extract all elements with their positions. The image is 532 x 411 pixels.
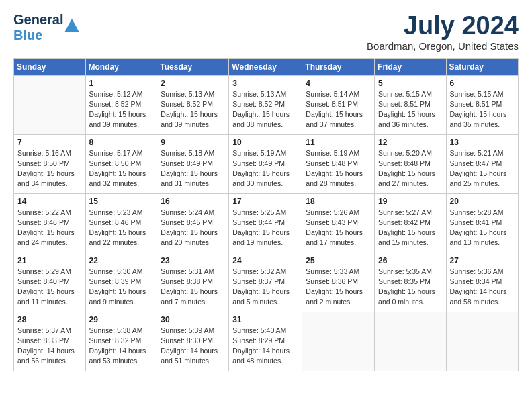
day-number: 5 — [378, 79, 443, 88]
calendar-day-cell: 19Sunrise: 5:27 AM Sunset: 8:42 PM Dayli… — [375, 193, 447, 253]
day-number: 28 — [17, 315, 82, 324]
day-number: 6 — [450, 79, 515, 88]
calendar-day-cell: 22Sunrise: 5:30 AM Sunset: 8:39 PM Dayli… — [85, 253, 157, 312]
day-info: Sunrise: 5:25 AM Sunset: 8:44 PM Dayligh… — [232, 208, 298, 248]
calendar-day-cell: 14Sunrise: 5:22 AM Sunset: 8:46 PM Dayli… — [14, 193, 86, 253]
calendar-week-row: 28Sunrise: 5:37 AM Sunset: 8:33 PM Dayli… — [14, 312, 519, 371]
page: General Blue July 2024 Boardman, Oregon,… — [0, 0, 532, 378]
day-number: 25 — [306, 256, 371, 265]
calendar-day-cell: 12Sunrise: 5:20 AM Sunset: 8:48 PM Dayli… — [375, 134, 447, 193]
day-info: Sunrise: 5:33 AM Sunset: 8:36 PM Dayligh… — [306, 267, 371, 308]
logo-general: General — [13, 12, 63, 28]
calendar-day-cell: 28Sunrise: 5:37 AM Sunset: 8:33 PM Dayli… — [14, 312, 86, 371]
day-info: Sunrise: 5:15 AM Sunset: 8:51 PM Dayligh… — [450, 89, 515, 130]
calendar-week-row: 21Sunrise: 5:29 AM Sunset: 8:40 PM Dayli… — [14, 253, 519, 312]
calendar-day-cell: 21Sunrise: 5:29 AM Sunset: 8:40 PM Dayli… — [14, 253, 86, 312]
calendar-day-cell: 13Sunrise: 5:21 AM Sunset: 8:47 PM Dayli… — [446, 134, 518, 193]
calendar-day-cell: 17Sunrise: 5:25 AM Sunset: 8:44 PM Dayli… — [229, 193, 302, 253]
day-number: 11 — [306, 138, 371, 147]
calendar-day-cell: 1Sunrise: 5:12 AM Sunset: 8:52 PM Daylig… — [85, 75, 157, 134]
day-info: Sunrise: 5:16 AM Sunset: 8:50 PM Dayligh… — [17, 148, 82, 189]
day-info: Sunrise: 5:19 AM Sunset: 8:49 PM Dayligh… — [232, 148, 298, 189]
day-number: 20 — [450, 197, 515, 206]
day-info: Sunrise: 5:30 AM Sunset: 8:39 PM Dayligh… — [89, 267, 154, 308]
calendar-day-cell: 27Sunrise: 5:36 AM Sunset: 8:34 PM Dayli… — [446, 253, 518, 312]
calendar-header-row: SundayMondayTuesdayWednesdayThursdayFrid… — [14, 58, 519, 75]
calendar-day-cell: 6Sunrise: 5:15 AM Sunset: 8:51 PM Daylig… — [446, 75, 518, 134]
day-info: Sunrise: 5:19 AM Sunset: 8:48 PM Dayligh… — [306, 148, 371, 189]
day-info: Sunrise: 5:17 AM Sunset: 8:50 PM Dayligh… — [89, 148, 154, 189]
calendar-week-row: 1Sunrise: 5:12 AM Sunset: 8:52 PM Daylig… — [14, 75, 519, 134]
day-info: Sunrise: 5:21 AM Sunset: 8:47 PM Dayligh… — [450, 148, 515, 189]
day-number: 18 — [306, 197, 371, 206]
calendar-day-cell: 25Sunrise: 5:33 AM Sunset: 8:36 PM Dayli… — [302, 253, 375, 312]
day-info: Sunrise: 5:24 AM Sunset: 8:45 PM Dayligh… — [161, 208, 225, 248]
calendar-weekday: Friday — [375, 58, 447, 75]
calendar-weekday: Tuesday — [157, 58, 229, 75]
day-number: 26 — [378, 256, 443, 265]
day-info: Sunrise: 5:31 AM Sunset: 8:38 PM Dayligh… — [161, 267, 225, 308]
day-info: Sunrise: 5:26 AM Sunset: 8:43 PM Dayligh… — [306, 208, 371, 248]
calendar-body: 1Sunrise: 5:12 AM Sunset: 8:52 PM Daylig… — [14, 75, 519, 371]
day-number: 22 — [89, 256, 154, 265]
calendar-header: SundayMondayTuesdayWednesdayThursdayFrid… — [14, 58, 519, 75]
day-info: Sunrise: 5:13 AM Sunset: 8:52 PM Dayligh… — [161, 89, 225, 130]
calendar-weekday: Wednesday — [229, 58, 302, 75]
calendar-day-cell: 15Sunrise: 5:23 AM Sunset: 8:46 PM Dayli… — [85, 193, 157, 253]
calendar-weekday: Sunday — [14, 58, 86, 75]
svg-marker-0 — [64, 19, 79, 32]
day-info: Sunrise: 5:14 AM Sunset: 8:51 PM Dayligh… — [306, 89, 371, 130]
calendar-day-cell — [302, 312, 375, 371]
day-info: Sunrise: 5:12 AM Sunset: 8:52 PM Dayligh… — [89, 89, 154, 130]
logo-icon — [64, 19, 79, 32]
day-number: 7 — [17, 138, 82, 147]
calendar-day-cell: 7Sunrise: 5:16 AM Sunset: 8:50 PM Daylig… — [14, 134, 86, 193]
calendar-day-cell — [14, 75, 86, 134]
day-number: 15 — [89, 197, 154, 206]
calendar-week-row: 14Sunrise: 5:22 AM Sunset: 8:46 PM Dayli… — [14, 193, 519, 253]
calendar-day-cell: 11Sunrise: 5:19 AM Sunset: 8:48 PM Dayli… — [302, 134, 375, 193]
calendar-weekday: Thursday — [302, 58, 375, 75]
calendar-day-cell: 9Sunrise: 5:18 AM Sunset: 8:49 PM Daylig… — [157, 134, 229, 193]
calendar-day-cell: 16Sunrise: 5:24 AM Sunset: 8:45 PM Dayli… — [157, 193, 229, 253]
day-number: 4 — [306, 79, 371, 88]
day-number: 19 — [378, 197, 443, 206]
day-number: 13 — [450, 138, 515, 147]
header: General Blue July 2024 Boardman, Oregon,… — [13, 12, 519, 52]
day-number: 29 — [89, 315, 154, 324]
day-number: 23 — [161, 256, 225, 265]
day-info: Sunrise: 5:37 AM Sunset: 8:33 PM Dayligh… — [17, 326, 82, 367]
logo-text: General Blue — [13, 12, 63, 43]
calendar-day-cell: 23Sunrise: 5:31 AM Sunset: 8:38 PM Dayli… — [157, 253, 229, 312]
calendar-day-cell: 10Sunrise: 5:19 AM Sunset: 8:49 PM Dayli… — [229, 134, 302, 193]
day-info: Sunrise: 5:32 AM Sunset: 8:37 PM Dayligh… — [232, 267, 298, 308]
calendar-day-cell: 31Sunrise: 5:40 AM Sunset: 8:29 PM Dayli… — [229, 312, 302, 371]
day-info: Sunrise: 5:18 AM Sunset: 8:49 PM Dayligh… — [161, 148, 225, 189]
day-number: 1 — [89, 79, 154, 88]
day-number: 24 — [232, 256, 298, 265]
day-number: 31 — [232, 315, 298, 324]
day-number: 14 — [17, 197, 82, 206]
calendar-day-cell: 3Sunrise: 5:13 AM Sunset: 8:52 PM Daylig… — [229, 75, 302, 134]
calendar-weekday: Saturday — [446, 58, 518, 75]
day-info: Sunrise: 5:23 AM Sunset: 8:46 PM Dayligh… — [89, 208, 154, 248]
calendar-week-row: 7Sunrise: 5:16 AM Sunset: 8:50 PM Daylig… — [14, 134, 519, 193]
day-info: Sunrise: 5:38 AM Sunset: 8:32 PM Dayligh… — [89, 326, 154, 367]
calendar-weekday: Monday — [85, 58, 157, 75]
day-info: Sunrise: 5:15 AM Sunset: 8:51 PM Dayligh… — [378, 89, 443, 130]
calendar-day-cell — [375, 312, 447, 371]
day-info: Sunrise: 5:36 AM Sunset: 8:34 PM Dayligh… — [450, 267, 515, 308]
calendar-day-cell: 4Sunrise: 5:14 AM Sunset: 8:51 PM Daylig… — [302, 75, 375, 134]
logo-blue: Blue — [13, 28, 63, 43]
calendar-day-cell: 2Sunrise: 5:13 AM Sunset: 8:52 PM Daylig… — [157, 75, 229, 134]
day-info: Sunrise: 5:27 AM Sunset: 8:42 PM Dayligh… — [378, 208, 443, 248]
day-number: 8 — [89, 138, 154, 147]
day-info: Sunrise: 5:29 AM Sunset: 8:40 PM Dayligh… — [17, 267, 82, 308]
calendar-day-cell: 29Sunrise: 5:38 AM Sunset: 8:32 PM Dayli… — [85, 312, 157, 371]
calendar-day-cell: 5Sunrise: 5:15 AM Sunset: 8:51 PM Daylig… — [375, 75, 447, 134]
day-info: Sunrise: 5:35 AM Sunset: 8:35 PM Dayligh… — [378, 267, 443, 308]
calendar-day-cell: 20Sunrise: 5:28 AM Sunset: 8:41 PM Dayli… — [446, 193, 518, 253]
main-title: July 2024 — [367, 12, 519, 40]
day-number: 21 — [17, 256, 82, 265]
day-info: Sunrise: 5:20 AM Sunset: 8:48 PM Dayligh… — [378, 148, 443, 189]
